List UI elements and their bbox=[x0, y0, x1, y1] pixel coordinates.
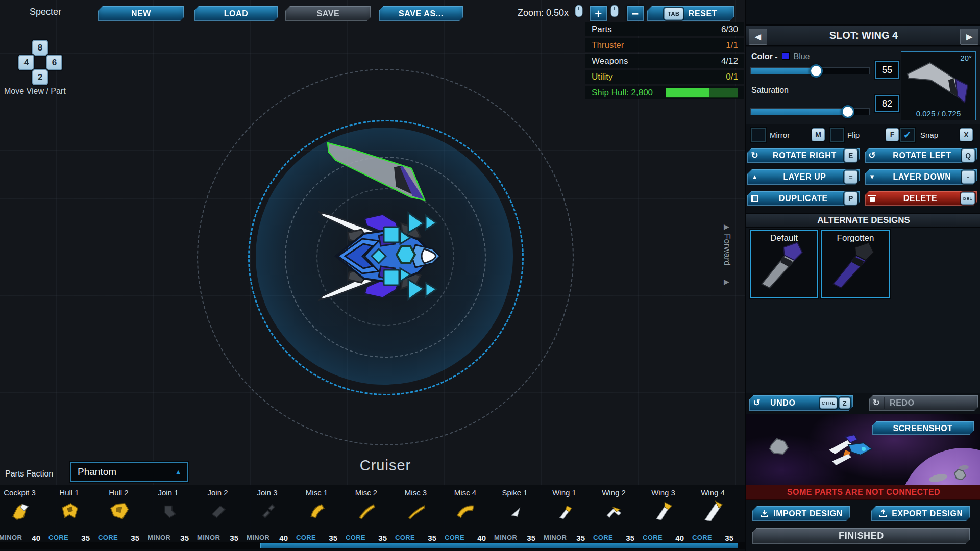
saturation-slider-fill bbox=[751, 109, 848, 115]
triangle-up-icon: ▲ bbox=[747, 171, 763, 183]
forward-arrow-top-icon: ▶ bbox=[724, 222, 729, 231]
snap-checkbox[interactable] bbox=[900, 128, 915, 142]
rotate-right-button[interactable]: ↻ROTATE RIGHTE bbox=[747, 148, 860, 163]
design-thumbnail-default[interactable]: Default bbox=[750, 230, 818, 298]
reset-view-button[interactable]: TAB RESET bbox=[647, 6, 734, 21]
stat-label: Weapons bbox=[592, 56, 628, 66]
part-name: Wing 4 bbox=[688, 488, 738, 497]
parts-faction-dropdown[interactable]: Phantom ▲ bbox=[70, 462, 188, 482]
part-item[interactable]: Hull 2 CORE 35 bbox=[94, 488, 143, 544]
import-design-button[interactable]: IMPORT DESIGN bbox=[752, 506, 850, 521]
design-thumbnail-forgotten[interactable]: Forgotten bbox=[821, 230, 890, 298]
design-name: Forgotten bbox=[822, 233, 889, 243]
part-icon bbox=[305, 500, 329, 523]
part-price: 40 bbox=[279, 534, 288, 542]
undo-button[interactable]: ↺UNDO CTRL Z bbox=[749, 395, 853, 411]
layer-down-key-icon: - bbox=[962, 170, 975, 184]
screenshot-button[interactable]: SCREENSHOT bbox=[872, 421, 974, 435]
flip-checkbox[interactable] bbox=[830, 128, 844, 142]
part-icon bbox=[256, 500, 279, 523]
mouse-wheel-icon bbox=[575, 5, 583, 17]
chevron-left-icon: ◀ bbox=[755, 32, 761, 41]
load-button[interactable]: LOAD bbox=[194, 6, 278, 21]
save-button[interactable]: SAVE bbox=[285, 6, 371, 21]
parts-scrollbar-track[interactable] bbox=[0, 542, 745, 549]
layer-up-button[interactable]: ▲LAYER UP= bbox=[747, 169, 860, 185]
part-item[interactable]: Wing 1 MINOR 35 bbox=[540, 488, 589, 544]
zoom-out-button[interactable]: − bbox=[627, 6, 644, 21]
tab-key-icon: TAB bbox=[664, 8, 683, 20]
finished-button[interactable]: FINISHED bbox=[752, 528, 970, 544]
part-item[interactable]: Misc 3 CORE 35 bbox=[391, 488, 440, 544]
ship-preview[interactable] bbox=[315, 210, 448, 302]
snapshot-ship bbox=[828, 434, 884, 474]
part-item[interactable]: Join 3 MINOR 40 bbox=[242, 488, 292, 544]
parts-scrollbar-thumb[interactable] bbox=[260, 543, 738, 548]
part-name: Join 2 bbox=[193, 488, 242, 497]
rotate-left-button[interactable]: ↺ROTATE LEFTQ bbox=[865, 148, 977, 163]
part-price: 35 bbox=[527, 534, 535, 542]
zoom-in-button[interactable]: + bbox=[590, 6, 607, 21]
part-item[interactable]: Misc 2 CORE 35 bbox=[341, 488, 391, 544]
part-name: Wing 3 bbox=[639, 488, 688, 497]
ship-class-label: Cruiser bbox=[283, 457, 487, 474]
duplicate-button[interactable]: DUPLICATEP bbox=[747, 191, 860, 206]
layer-up-key-icon: = bbox=[844, 170, 857, 184]
part-currency-type: MINOR bbox=[544, 534, 567, 542]
stat-label: Thruster bbox=[592, 40, 624, 51]
part-name: Wing 2 bbox=[589, 488, 639, 497]
part-item[interactable]: Wing 2 CORE 35 bbox=[589, 488, 639, 544]
part-item[interactable]: Cockpit 3 MINOR 40 bbox=[0, 488, 44, 544]
part-item[interactable]: Join 1 MINOR 35 bbox=[143, 488, 193, 544]
part-name: Misc 4 bbox=[440, 488, 490, 497]
hull-bar bbox=[666, 88, 738, 98]
part-price: 35 bbox=[428, 534, 436, 542]
stat-row: Thruster 1/1 bbox=[585, 38, 744, 52]
flip-key-icon: F bbox=[886, 128, 899, 141]
redo-button[interactable]: ↻REDO bbox=[869, 395, 978, 411]
part-item[interactable]: Hull 1 CORE 35 bbox=[44, 488, 94, 544]
part-name: Hull 2 bbox=[94, 488, 143, 497]
part-currency-type: CORE bbox=[395, 534, 415, 542]
ctrl-key-icon: CTRL bbox=[820, 397, 837, 409]
layer-down-button[interactable]: ▼LAYER DOWN- bbox=[865, 169, 977, 185]
build-stats-panel: Parts 6/30 Thruster 1/1 Weapons 4/12 Uti… bbox=[585, 22, 744, 102]
part-icon bbox=[206, 500, 230, 523]
rotate-left-key-icon: Q bbox=[962, 149, 975, 162]
part-item[interactable]: Misc 4 CORE 40 bbox=[440, 488, 490, 544]
part-price: 35 bbox=[329, 534, 337, 542]
previous-slot-button[interactable]: ◀ bbox=[749, 29, 767, 45]
part-name: Wing 1 bbox=[540, 488, 589, 497]
slot-title: SLOT: WING 4 bbox=[829, 30, 898, 41]
color-label: Color - bbox=[751, 52, 778, 61]
part-item[interactable]: Wing 4 CORE 35 bbox=[688, 488, 738, 544]
color-slider-handle[interactable] bbox=[810, 64, 823, 78]
part-item[interactable]: Misc 1 CORE 35 bbox=[292, 488, 341, 544]
stat-value: 4/12 bbox=[721, 56, 738, 66]
color-value-box[interactable]: 55 bbox=[875, 61, 899, 79]
next-slot-button[interactable]: ▶ bbox=[960, 29, 978, 45]
part-item[interactable]: Join 2 MINOR 35 bbox=[193, 488, 242, 544]
new-button[interactable]: NEW bbox=[98, 6, 184, 21]
save-as-button[interactable]: SAVE AS... bbox=[379, 6, 463, 21]
alternate-designs-header: ALTERNATE DESIGNS bbox=[746, 213, 980, 228]
part-name: Cockpit 3 bbox=[0, 488, 44, 497]
color-section: Color - Blue 55 Saturation 82 bbox=[746, 47, 980, 124]
part-item[interactable]: Spike 1 MINOR 35 bbox=[490, 488, 540, 544]
part-icon bbox=[404, 500, 428, 523]
part-item[interactable]: Wing 3 CORE 40 bbox=[639, 488, 688, 544]
export-design-button[interactable]: EXPORT DESIGN bbox=[871, 506, 970, 521]
saturation-slider-handle[interactable] bbox=[841, 105, 854, 118]
selected-part-wing4[interactable] bbox=[325, 139, 427, 203]
part-name: Misc 1 bbox=[292, 488, 341, 497]
saturation-value-box[interactable]: 82 bbox=[875, 95, 899, 112]
undo-icon: ↺ bbox=[749, 397, 765, 409]
move-down-key: 2 bbox=[32, 69, 48, 85]
delete-button[interactable]: DELETEDEL bbox=[865, 191, 977, 206]
part-currency-type: MINOR bbox=[247, 534, 270, 542]
part-currency-type: MINOR bbox=[0, 534, 22, 542]
saturation-slider[interactable] bbox=[750, 108, 870, 115]
mirror-checkbox[interactable] bbox=[751, 128, 766, 142]
part-price: 40 bbox=[675, 534, 684, 542]
color-slider[interactable] bbox=[750, 67, 870, 74]
